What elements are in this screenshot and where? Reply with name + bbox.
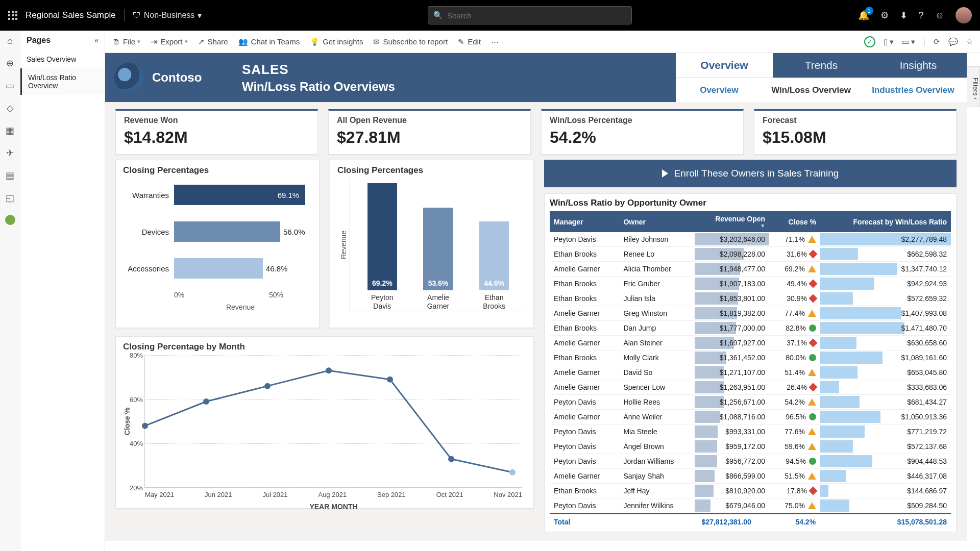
filters-pane-toggle[interactable]: Filters ‹ [967, 66, 980, 107]
app-launcher-icon[interactable] [8, 11, 17, 20]
share-button[interactable]: ↗Share [198, 37, 228, 46]
table-row[interactable]: Amelie Garner Alicia Thomber $1,948,477.… [550, 262, 951, 277]
enroll-training-button[interactable]: Enroll These Owners in Sales Training [544, 160, 957, 187]
onelake-icon[interactable]: ◇ [7, 103, 14, 114]
table-row[interactable]: Ethan Brooks Jeff Hay $810,920.00 17.8% … [550, 484, 951, 498]
nav-tab[interactable]: Trends [773, 53, 870, 78]
page-item[interactable]: Sales Overview [20, 50, 105, 68]
bookmark-icon[interactable]: ▯ ▾ [884, 37, 894, 46]
line-series[interactable] [145, 355, 512, 488]
help-icon[interactable]: ? [919, 10, 924, 21]
data-point[interactable] [387, 377, 393, 383]
bar[interactable] [174, 221, 280, 242]
divider [124, 9, 125, 21]
column-header[interactable]: Owner [619, 211, 694, 232]
table-row[interactable]: Amelie Garner Spencer Low $1,263,951.00 … [550, 380, 951, 395]
column-header[interactable]: Forecast by Win/Loss Ratio [820, 211, 951, 232]
apps-icon[interactable]: ▦ [6, 125, 14, 136]
subnav-tab[interactable]: Overview [676, 78, 763, 102]
kpi-card[interactable]: Win/Loss Percentage54.2% [541, 109, 744, 155]
table-row[interactable]: Peyton Davis Riley Johnson $3,202,646.00… [550, 232, 951, 247]
table-row[interactable]: Peyton Davis Hollie Rees $1,256,671.00 5… [550, 395, 951, 410]
chevron-down-icon: ▾ [137, 38, 140, 45]
table-row[interactable]: Peyton Davis Jennifer Wilkins $679,046.0… [550, 498, 951, 513]
feedback-icon[interactable]: ☺ [935, 10, 944, 21]
refresh-icon[interactable]: ⟳ [934, 37, 940, 46]
home-icon[interactable]: ⌂ [7, 36, 13, 46]
win-loss-table-card[interactable]: Win/Loss Ratio by Opportunity Owner Mana… [544, 193, 957, 532]
subnav-tab[interactable]: Win/Loss Overview [763, 78, 860, 102]
data-point[interactable] [203, 398, 209, 405]
settings-icon[interactable]: ⚙ [880, 10, 889, 21]
data-point[interactable] [264, 383, 271, 389]
edit-button[interactable]: ✎Edit [458, 37, 481, 46]
column-header[interactable]: Close % [769, 211, 820, 232]
bar[interactable]: 53.6% [423, 208, 453, 291]
bar[interactable] [174, 258, 263, 279]
browse-icon[interactable]: ▭ [6, 80, 14, 91]
file-menu[interactable]: 🗎File▾ [112, 37, 140, 46]
sensitivity-label[interactable]: 🛡 Non-Business ▾ [133, 11, 202, 20]
more-menu[interactable]: ⋯ [491, 37, 499, 46]
nav-tab[interactable]: Overview [676, 53, 773, 78]
table-row[interactable]: Amelie Garner Alan Steiner $1,697,927.00… [550, 336, 951, 350]
export-menu[interactable]: ⇥Export▾ [151, 37, 187, 46]
chat-teams-button[interactable]: 👥Chat in Teams [238, 37, 300, 46]
table-row[interactable]: Amelie Garner David So $1,271,107.00 51.… [550, 365, 951, 380]
kpi-card[interactable]: Revenue Won$14.82M [115, 109, 318, 155]
search-input[interactable]: 🔍 [428, 6, 632, 24]
monitor-icon[interactable]: ▤ [6, 170, 14, 181]
workspaces-icon[interactable]: ◱ [6, 192, 14, 204]
column-header[interactable]: Revenue Open▼ [695, 211, 769, 232]
table-row[interactable]: Ethan Brooks Renee Lo $2,098,228.00 31.6… [550, 247, 951, 262]
data-point[interactable] [448, 456, 454, 462]
table-row[interactable]: Peyton Davis Angel Brown $959,172.00 59.… [550, 439, 951, 454]
collapse-pages-icon[interactable]: « [94, 36, 99, 44]
closing-pct-by-manager-chart[interactable]: Closing Percentages Revenue69.2% PeytonD… [330, 160, 534, 328]
bar[interactable]: 69.2% [368, 183, 397, 290]
view-icon[interactable]: ▭ ▾ [902, 37, 915, 46]
avatar[interactable] [955, 7, 972, 23]
favorite-icon[interactable]: ☆ [966, 37, 973, 46]
download-icon[interactable]: ⬇ [900, 10, 908, 21]
data-point[interactable] [326, 367, 332, 373]
win-loss-table[interactable]: ManagerOwnerRevenue Open▼Close %Forecast… [550, 211, 951, 513]
status-green-icon [809, 458, 816, 465]
table-row[interactable]: Ethan Brooks Dan Jump $1,777,000.00 82.8… [550, 321, 951, 336]
kpi-card[interactable]: All Open Revenue$27.81M [328, 109, 531, 155]
cell-manager: Peyton Davis [550, 424, 619, 439]
table-row[interactable]: Amelie Garner Greg Winston $1,819,382.00… [550, 306, 951, 321]
page-item[interactable]: Win/Loss Ratio Overview [20, 68, 105, 95]
cell-owner: Spencer Low [619, 380, 694, 395]
table-row[interactable]: Amelie Garner Anne Weiler $1,088,716.00 … [550, 410, 951, 424]
cell-manager: Amelie Garner [550, 380, 619, 395]
closing-pct-by-category-chart[interactable]: Closing Percentages Warranties 69.1%Devi… [115, 160, 320, 328]
x-tick: Jun 2021 [205, 491, 232, 498]
column-header[interactable]: Manager [550, 211, 619, 232]
data-point[interactable] [142, 423, 148, 429]
table-row[interactable]: Peyton Davis Jordan Williams $956,772.00… [550, 454, 951, 469]
table-row[interactable]: Ethan Brooks Molly Clark $1,361,452.00 8… [550, 350, 951, 365]
table-row[interactable]: Peyton Davis Mia Steele $993,331.00 77.6… [550, 424, 951, 439]
nav-tab[interactable]: Insights [870, 53, 967, 78]
metrics-icon[interactable]: ✈ [6, 147, 14, 159]
closing-pct-by-month-chart[interactable]: Closing Percentage by Month Close % 20%4… [115, 336, 534, 509]
bar[interactable]: 44.6% [479, 221, 509, 290]
total-close: 54.2% [755, 514, 820, 530]
table-row[interactable]: Ethan Brooks Eric Gruber $1,907,183.00 4… [550, 277, 951, 291]
workspace-avatar-icon[interactable] [5, 215, 15, 225]
subscribe-button[interactable]: ✉Subscribe to report [373, 37, 448, 46]
data-point[interactable] [509, 469, 516, 475]
table-row[interactable]: Amelie Garner Sanjay Shah $866,599.00 51… [550, 469, 951, 484]
search-field[interactable] [447, 11, 626, 20]
comment-icon[interactable]: 💬 [948, 37, 958, 46]
notifications-icon[interactable]: 🔔1 [858, 10, 869, 21]
subnav-tab[interactable]: Industries Overview [860, 78, 967, 102]
table-row[interactable]: Ethan Brooks Julian Isla $1,853,801.00 3… [550, 291, 951, 306]
kpi-card[interactable]: Forecast$15.08M [754, 109, 957, 155]
get-insights-button[interactable]: 💡Get insights [310, 37, 363, 46]
sync-status-icon[interactable]: ✓ [864, 36, 875, 47]
cell-close: 54.2% [769, 395, 820, 410]
create-icon[interactable]: ⊕ [6, 58, 14, 69]
status-red-icon [808, 339, 817, 347]
